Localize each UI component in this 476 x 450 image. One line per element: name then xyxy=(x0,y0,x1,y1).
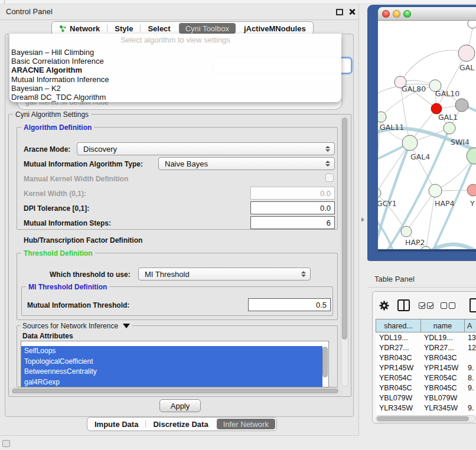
table-row[interactable]: YLR345WYLR345W9. xyxy=(376,403,476,413)
table-cell: 9. xyxy=(464,404,476,412)
network-window-titlebar[interactable] xyxy=(378,7,476,21)
mi-type-value: Naive Bayes xyxy=(165,159,208,168)
attribute-list-item[interactable]: BetweennessCentrality xyxy=(21,367,322,377)
top-strip xyxy=(0,0,476,4)
close-traffic-light-icon[interactable] xyxy=(382,10,390,18)
tab-label: Network xyxy=(70,24,100,33)
network-node-label: SWI4 xyxy=(451,138,470,146)
table-row[interactable]: YDL19...YDL19...13 xyxy=(376,332,476,343)
tab-cyni-toolbox[interactable]: Cyni Toolbox xyxy=(179,23,236,34)
gear-icon[interactable] xyxy=(379,300,390,311)
attribute-list-item[interactable]: TopologicalCoefficient xyxy=(21,357,322,367)
attribute-list-item[interactable]: SelfLoops xyxy=(21,346,322,357)
network-node-label: GAL10 xyxy=(435,89,459,98)
mi-type-combo[interactable]: Naive Bayes xyxy=(158,157,335,170)
table-cell: YER054C xyxy=(376,374,420,382)
table-cell: YBR043C xyxy=(420,354,464,362)
close-icon[interactable] xyxy=(348,8,356,16)
tab-network[interactable]: Network xyxy=(52,22,107,35)
kernel-width-label: Kernel Width (0,1): xyxy=(24,190,86,198)
table-hscroll-thumb[interactable] xyxy=(377,416,469,421)
table-cell: YBR045C xyxy=(376,384,420,392)
mi-steps-input[interactable]: 6 xyxy=(250,216,335,229)
which-threshold-combo[interactable]: MI Threshold xyxy=(138,268,311,281)
tab-style[interactable]: Style xyxy=(107,22,140,35)
tab-jactivemnodules[interactable]: jActiveMNodules xyxy=(237,22,313,35)
kernel-width-input[interactable]: 0.0 xyxy=(250,187,335,200)
table-cell: 9. xyxy=(464,364,476,372)
table-cell: 9. xyxy=(464,384,476,392)
network-node[interactable] xyxy=(458,45,475,61)
table-body: YDL19...YDL19...13YDR27...YDR27...12YBR0… xyxy=(376,332,476,415)
settings-vscroll-thumb[interactable] xyxy=(342,118,347,340)
mi-threshold-group-title: MI Threshold Definition xyxy=(26,283,109,291)
tab-select[interactable]: Select xyxy=(141,22,177,35)
select-all-checks-icon[interactable] xyxy=(419,302,433,309)
aracne-mode-value: Discovery xyxy=(83,145,117,154)
float-window-icon[interactable] xyxy=(336,9,343,15)
table-cell: YBL079W xyxy=(376,394,420,402)
network-node-label: Y xyxy=(470,199,475,208)
dropdown-item[interactable]: Basic Correlation Inference xyxy=(11,57,340,66)
collapsed-panel-icon[interactable] xyxy=(2,440,10,447)
network-node[interactable] xyxy=(401,226,412,237)
table-row[interactable]: YPR145WYPR145W9. xyxy=(376,363,476,373)
dropdown-item[interactable]: Mutual Information Inference xyxy=(11,75,340,84)
dropdown-hint: Select algorithm to view settings xyxy=(9,35,341,44)
network-node[interactable] xyxy=(468,21,476,28)
column-header-shared-name[interactable]: shared... xyxy=(376,319,420,332)
collapse-down-icon[interactable] xyxy=(123,324,130,328)
attribute-list-item[interactable]: gal4RGexp xyxy=(21,377,322,388)
app-root: Control Panel NetworkStyleSelectCyni Too… xyxy=(0,0,476,450)
network-node[interactable] xyxy=(467,184,476,196)
apply-button[interactable]: Apply xyxy=(159,399,201,412)
splitter-handle-icon[interactable] xyxy=(361,217,364,222)
network-node[interactable] xyxy=(378,112,386,122)
dropdown-item[interactable]: Bayesian – K2 xyxy=(11,84,340,93)
tab-impute-data[interactable]: Impute Data xyxy=(87,418,145,431)
dropdown-item[interactable]: Dream8 DC_TDC Algorithm xyxy=(11,93,340,102)
network-node[interactable] xyxy=(467,148,476,164)
aracne-mode-combo[interactable]: Discovery xyxy=(77,142,335,155)
tab-infer-network[interactable]: Infer Network xyxy=(217,419,275,429)
table-row[interactable]: YBR045CYBR045C9. xyxy=(376,383,476,393)
tab-discretize-data[interactable]: Discretize Data xyxy=(146,418,215,431)
network-node[interactable] xyxy=(455,99,468,112)
mi-threshold-input[interactable]: 0.5 xyxy=(248,298,331,311)
dpi-tolerance-input[interactable]: 0.0 xyxy=(250,201,335,214)
algorithm-definition-title: Algorithm Definition xyxy=(21,123,94,132)
tab-label: Infer Network xyxy=(223,420,269,429)
manual-kernel-checkbox[interactable] xyxy=(325,174,334,182)
network-graph: GALGAL80GAL10GAL11GAL1SWI4GAL4GCY1HAP4YH… xyxy=(378,21,476,249)
table-cell: YPR145W xyxy=(420,364,464,372)
minimize-traffic-light-icon[interactable] xyxy=(393,10,400,18)
table-panel-title: Table Panel xyxy=(374,275,415,283)
network-node[interactable] xyxy=(402,135,418,151)
table-cell: YLR345W xyxy=(420,404,464,412)
settings-hscroll-thumb[interactable] xyxy=(12,389,338,393)
table-row[interactable]: YBL079WYBL079W xyxy=(376,393,476,403)
control-panel-title: Control Panel xyxy=(6,7,53,16)
network-canvas[interactable]: GALGAL80GAL10GAL11GAL1SWI4GAL4GCY1HAP4YH… xyxy=(378,21,476,249)
mi-steps-label: Mutual Information Steps: xyxy=(24,219,111,227)
table-cell: YER054C xyxy=(420,374,464,382)
data-attributes-list[interactable]: SelfLoopsTopologicalCoefficientBetweenne… xyxy=(21,341,329,387)
column-header-partial[interactable]: A xyxy=(464,319,476,332)
attr-list-scrollbar[interactable] xyxy=(322,347,328,377)
table-row[interactable]: YBR043CYBR043C xyxy=(376,353,476,363)
dropdown-item[interactable]: Bayesian – Hill Climbing xyxy=(11,48,340,57)
table-row[interactable]: YER054CYER054C8. xyxy=(376,373,476,383)
export-table-icon[interactable] xyxy=(470,298,476,312)
network-node[interactable] xyxy=(444,122,455,134)
network-node[interactable] xyxy=(378,188,381,198)
zoom-traffic-light-icon[interactable] xyxy=(403,10,411,18)
deselect-all-checks-icon[interactable] xyxy=(441,302,455,309)
dropdown-item[interactable]: ARACNE Algorithm xyxy=(11,66,340,74)
spinner-arrows-icon xyxy=(301,271,306,277)
show-columns-icon[interactable] xyxy=(397,299,410,311)
network-node[interactable] xyxy=(429,184,442,197)
column-header-name[interactable]: name xyxy=(420,319,464,332)
hub-definition-label[interactable]: Hub/Transcription Factor Definition xyxy=(24,236,142,244)
table-row[interactable]: YDR27...YDR27...12 xyxy=(376,343,476,353)
sources-group-title[interactable]: Sources for Network Inference xyxy=(20,322,132,330)
